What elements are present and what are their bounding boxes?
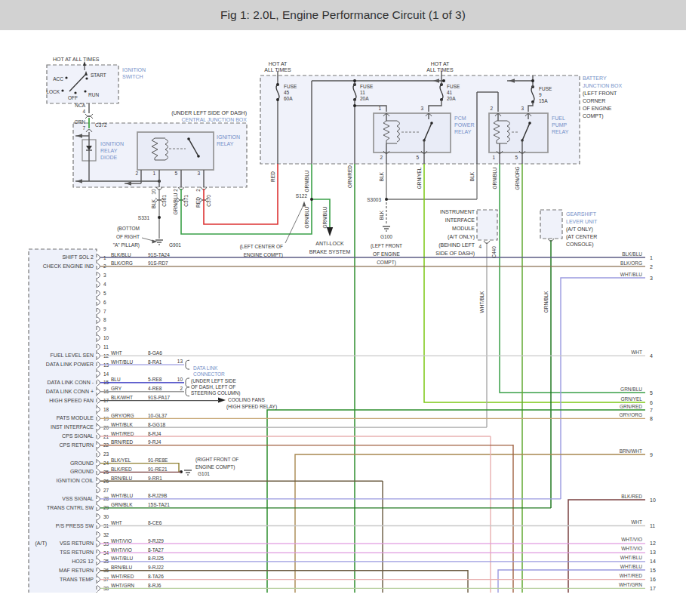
edge-wire-color: BRN/WHT	[620, 448, 642, 454]
pin-circuit-code: 8-RJ6	[148, 583, 162, 588]
ignition-switch-box	[47, 65, 118, 103]
edge-wire-color: WHT	[631, 350, 642, 355]
ignition-relay-diode-label: RELAY	[100, 148, 118, 153]
pin-function-label: VSS RETURN	[60, 541, 94, 546]
location-label: ENGINE COMPT)	[195, 464, 235, 470]
edge-wire-number: 12	[650, 541, 656, 546]
pin-bracket-icon	[97, 469, 100, 475]
splice-label: S3003	[367, 197, 381, 202]
splice-label: S122	[296, 193, 308, 199]
relay-pin-number: 2	[135, 171, 138, 176]
fuel-pump-relay-label: FUEL	[552, 116, 565, 121]
edge-wire-color: WHT/BLU	[620, 555, 643, 560]
pin-wire-color: BLK/WHT	[111, 395, 133, 400]
pin-wire-color: WHT	[111, 520, 122, 525]
pin-bracket-icon	[97, 273, 100, 279]
wire-color-label: GRN/BLU	[322, 206, 328, 228]
splice-dot	[310, 198, 313, 201]
battery-junction-box-label: (LEFT FRONT	[583, 91, 617, 97]
edge-wire-number: 14	[650, 559, 656, 564]
splice-dot	[353, 79, 356, 82]
pin-wire-color: BLK/RED	[111, 467, 132, 472]
battery-junction-box-label: CORNER	[583, 98, 605, 103]
pin-circuit-code: 91S-TA24	[148, 252, 170, 257]
data-link-connector-label: DATA LINK	[193, 365, 218, 371]
edge-wire-number: 17	[650, 586, 656, 591]
pin-bracket-icon	[97, 559, 100, 565]
ignition-switch-label: IGNITION	[122, 67, 146, 72]
pin-function-label: VSS SIGNAL	[62, 496, 94, 501]
switch-position-label: RUN	[88, 92, 99, 97]
pin-bracket-icon	[97, 389, 100, 395]
pin-number: 11	[103, 344, 109, 350]
wire-label: 4	[82, 109, 85, 114]
pin-number: 4	[478, 244, 481, 249]
wiring-diagram-canvas: 1BLK/BLU91S-TA24SHIFT SOL 22BLK/ORG91S-R…	[0, 0, 686, 616]
dlc-pin-number: 2	[180, 386, 183, 391]
edge-wire-color: WHT/GRN	[619, 582, 642, 587]
cooling-fans-label: COOLING FANS	[228, 397, 265, 402]
relay-pin-number: 3	[521, 106, 524, 111]
pin-bracket-icon	[97, 505, 100, 511]
wire-color-label: GRN/BLU	[304, 206, 309, 228]
wire-color-label: BLK	[469, 171, 475, 181]
edge-wire-color: GRY/ORG	[619, 412, 642, 417]
pin-circuit-code: 8-CE6	[148, 520, 162, 525]
pin-function-label: PATS MODULE	[57, 415, 94, 420]
pin-circuit-code: 10-GL37	[148, 413, 168, 418]
location-label: "A" PILLAR)	[113, 242, 140, 248]
wire-color-label: WHT/BLK	[479, 291, 485, 313]
pin-circuit-code: 9-RJ4	[148, 439, 162, 445]
at-only-tag: (A/T)	[35, 541, 47, 547]
location-label: ENGINE COMPT)	[244, 252, 283, 258]
connector-label: C361	[162, 195, 167, 207]
pin-number: 18	[103, 407, 109, 412]
pin-bracket-icon	[97, 362, 100, 368]
splice-label: S331	[138, 215, 150, 220]
pin-number: 8	[103, 317, 106, 322]
splice-dot	[61, 89, 63, 91]
anti-lock-brake-label: BRAKE SYSTEM	[309, 249, 351, 254]
gearshift-lever-unit-label: LEVER UNIT	[566, 219, 598, 224]
relay-pin-number: 1	[152, 171, 155, 176]
pin-wire-color: WHT	[111, 350, 122, 356]
pin-circuit-code: 91S-PA17	[148, 395, 171, 400]
pin-circuit-code: 9-RR1	[148, 476, 162, 481]
pin-number: 6	[103, 300, 106, 305]
arrow-icon	[327, 227, 333, 236]
edge-wire-color: BLK/BLU	[622, 251, 642, 257]
pin-number: 30	[103, 514, 109, 519]
wire	[285, 205, 303, 243]
ground-label: G101	[198, 471, 210, 476]
pin-bracket-icon	[97, 317, 100, 323]
pin-bracket-icon	[97, 585, 100, 591]
edge-wire-number: 16	[650, 577, 656, 582]
pin-wire-color: BLK/BLU	[111, 252, 131, 257]
pin-bracket-icon	[97, 344, 100, 350]
fuse-label: FUSE	[447, 84, 460, 89]
instrument-interface-module-label: INSTRUMENT	[440, 209, 475, 214]
splice-dot	[528, 122, 531, 125]
relay-pin-number: 5	[416, 155, 419, 160]
edge-wire-number: 11	[650, 523, 655, 528]
pin-bracket-icon	[97, 550, 100, 556]
switch-position-label: LOCK	[46, 89, 60, 94]
pin-wire-color: BRN/BLU	[111, 476, 132, 481]
wire-gauge-label: 2	[173, 189, 178, 192]
pin-circuit-code: 91-RE21	[148, 467, 168, 472]
pin-wire-color: WHT/RED	[111, 431, 134, 436]
fuse-label: 20A	[360, 96, 369, 101]
edge-wire-color: WHT/VIO	[621, 546, 642, 551]
pin-function-label: CHECK ENGINE IND	[43, 263, 94, 269]
pin-bracket-icon	[97, 568, 100, 574]
pin-function-label: MAF RETURN	[59, 568, 94, 573]
pcm-power-relay-label: POWER	[454, 122, 474, 128]
pin-wire-color: BRN/RED	[111, 439, 134, 445]
instrument-interface-module-label: (A/T ONLY)	[448, 234, 475, 240]
relay-pin-number: 2	[490, 106, 493, 111]
relay-pin-number: 1	[492, 155, 495, 160]
gearshift-lever-unit-label: (AT CENTER	[566, 234, 597, 240]
pin-function-label: HO2S 12	[72, 559, 94, 564]
wire-color-label: GRN/YEL	[417, 167, 422, 189]
pin-function-label: TSS RETURN	[60, 550, 94, 555]
